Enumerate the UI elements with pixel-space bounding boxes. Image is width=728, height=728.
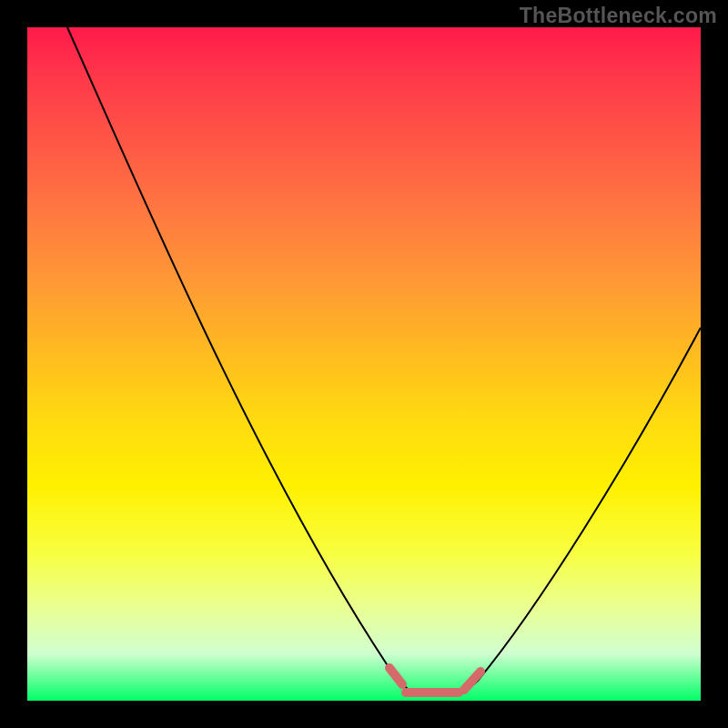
chart-svg <box>27 27 701 701</box>
svg-line-2 <box>464 672 480 690</box>
flat-region-highlight <box>389 668 480 693</box>
watermark-text: TheBottleneck.com <box>520 4 717 28</box>
chart-frame: { "watermark": "TheBottleneck.com", "col… <box>0 0 728 728</box>
bottleneck-curve <box>67 27 701 693</box>
svg-line-0 <box>389 668 402 684</box>
plot-area <box>27 27 701 701</box>
